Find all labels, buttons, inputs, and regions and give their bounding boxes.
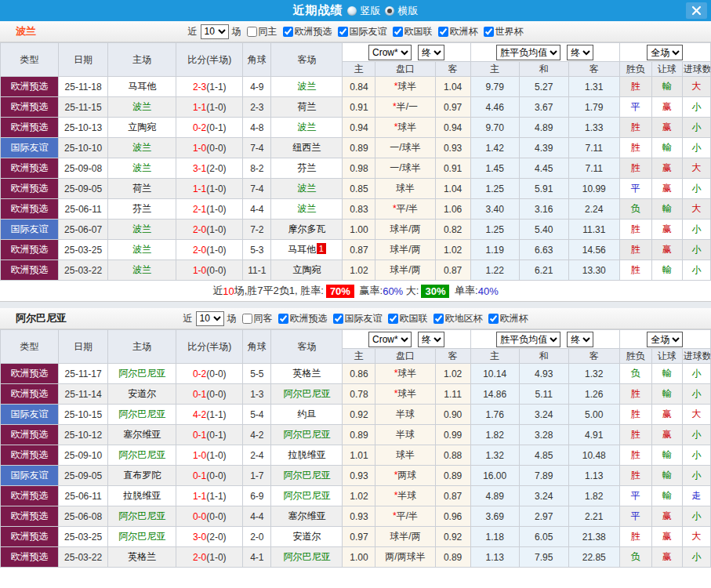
avg-type-select[interactable]: 胜平负均值 (496, 45, 560, 60)
cell-result-handicap: 赢 (651, 97, 682, 118)
competition-checkbox[interactable] (438, 27, 448, 37)
competition-checkbox[interactable] (393, 27, 403, 37)
avg-header-cell: 胜平负均值终 (470, 43, 619, 62)
fulltime-score: 3-0 (193, 532, 206, 543)
cell-result-goals: 小 (682, 425, 710, 445)
competition-label: 世界杯 (495, 25, 524, 38)
cell-corners: 1-3 (243, 384, 271, 405)
cell-avg-draw: 5.27 (519, 77, 568, 97)
cell-result-goals: 小 (682, 506, 710, 527)
cell-home-odds: 0.89 (343, 425, 375, 445)
competition-checkbox[interactable] (278, 314, 288, 324)
cell-result-wdl: 胜 (619, 260, 651, 281)
cell-away-team: 阿尔巴尼亚 (271, 425, 343, 445)
cell-competition-type: 欧洲预选 (1, 77, 59, 97)
cell-score: 1-0(1-0) (176, 445, 243, 466)
cell-result-goals: 小 (682, 97, 710, 118)
avg-type-select[interactable]: 胜平负均值 (496, 332, 560, 347)
competition-label: 国际友谊 (345, 312, 383, 325)
cell-avg-win: 1.25 (470, 220, 519, 240)
cell-avg-win: 1.45 (470, 158, 519, 179)
cell-competition-type: 国际友谊 (1, 138, 59, 158)
cell-home-odds: 0.84 (343, 77, 375, 97)
layout-radio-vertical[interactable] (347, 6, 357, 16)
cell-avg-win: 1.19 (470, 240, 519, 260)
away-team-name: 英格兰 (292, 368, 321, 379)
layout-radio-vertical-label: 竖版 (361, 4, 381, 18)
column-header: 主场 (108, 43, 176, 77)
cell-corners: 7-2 (243, 220, 271, 240)
cell-away-odds: 0.94 (435, 118, 470, 138)
avg-stage-select[interactable]: 终 (567, 45, 593, 60)
away-team-name: 塞尔维亚 (288, 510, 325, 521)
cell-score: 2-0(1-0) (176, 240, 243, 260)
cell-avg-win: 1.18 (470, 527, 519, 547)
handicap-text: 半球 (397, 490, 416, 501)
cell-handicap: 半球 (375, 425, 435, 445)
cell-away-odds: 0.87 (435, 486, 470, 506)
cell-result-goals: 大 (682, 199, 710, 220)
match-count-select[interactable]: 10 (201, 24, 229, 39)
table-row: 欧洲预选25-03-25波兰2-0(1-0)5-3马耳他10.87球半/两1.0… (1, 240, 711, 260)
table-row: 国际友谊25-06-07波兰2-0(1-0)7-2摩尔多瓦1.00球半/两0.8… (1, 220, 711, 240)
cell-corners: 4-8 (243, 118, 271, 138)
column-header: 客 (435, 349, 470, 364)
column-header: 进球数 (682, 349, 710, 364)
competition-checkbox[interactable] (283, 27, 293, 37)
scope-select[interactable]: 全场 (647, 45, 683, 60)
cell-avg-lose: 14.56 (568, 240, 619, 260)
away-team-name: 阿尔巴尼亚 (283, 470, 330, 481)
close-button[interactable] (686, 2, 707, 19)
cell-home-team: 波兰 (108, 220, 176, 240)
cell-score: 3-1(2-0) (176, 158, 243, 179)
odds-stage-select[interactable]: 终 (418, 45, 444, 60)
away-team-name: 纽西兰 (292, 142, 321, 153)
competition-checkbox[interactable] (333, 314, 343, 324)
competition-checkbox[interactable] (388, 314, 398, 324)
competition-checkbox[interactable] (338, 27, 348, 37)
layout-radio-horizontal[interactable] (385, 6, 394, 16)
cell-avg-draw: 4.89 (519, 118, 568, 138)
cell-avg-lose: 2.21 (568, 506, 619, 527)
fulltime-score: 0-2 (193, 122, 206, 133)
cell-handicap: *球半 (375, 118, 435, 138)
competition-checkbox[interactable] (433, 314, 444, 324)
handicap-text: 球半 (397, 81, 416, 92)
column-header: 角球 (243, 330, 271, 364)
odds-company-select[interactable]: Crow* (368, 45, 412, 60)
cell-score: 2-0(1-0) (176, 220, 243, 240)
competition-checkbox[interactable] (484, 27, 494, 37)
odds-company-select[interactable]: Crow* (368, 332, 412, 347)
cell-competition-type: 欧洲预选 (1, 199, 59, 220)
same-venue-label: 同客 (254, 312, 273, 325)
cell-competition-type: 国际友谊 (1, 405, 59, 425)
odds-stage-select[interactable]: 终 (418, 332, 444, 347)
cell-date: 25-06-11 (59, 486, 108, 506)
table-row: 欧洲预选25-11-14安道尔0-1(0-0)1-3阿尔巴尼亚0.78*球半1.… (1, 384, 711, 405)
column-header: 类型 (1, 43, 59, 77)
halftime-score: (1-1) (206, 409, 226, 420)
cell-result-goals: 大 (682, 527, 710, 547)
cell-avg-draw: 3.16 (519, 199, 568, 220)
avg-stage-select[interactable]: 终 (567, 332, 593, 347)
cell-date: 25-10-13 (59, 118, 108, 138)
competition-label: 欧洲杯 (500, 312, 528, 325)
column-header: 主 (470, 349, 519, 364)
match-count-select[interactable]: 10 (196, 311, 224, 326)
column-header: 比分(半场) (176, 330, 243, 364)
cell-result-wdl: 胜 (619, 527, 651, 547)
column-header: 盘口 (375, 62, 435, 77)
same-venue-checkbox[interactable] (247, 27, 257, 37)
handicap-text: 平/半 (397, 510, 418, 521)
halftime-score: (1-0) (206, 552, 226, 563)
fulltime-score: 2-1 (193, 204, 206, 215)
competition-checkbox[interactable] (488, 314, 499, 324)
cell-away-team: 阿尔巴尼亚 (271, 486, 343, 506)
scope-select[interactable]: 全场 (647, 332, 683, 347)
halftime-score: (1-0) (206, 224, 226, 235)
same-venue-checkbox[interactable] (242, 314, 252, 324)
cell-avg-win: 1.32 (470, 445, 519, 466)
cell-competition-type: 欧洲预选 (1, 158, 59, 179)
halftime-score: (0-1) (206, 430, 226, 441)
section-header: 阿尔巴尼亚近10场同客欧洲预选国际友谊欧国联欧地区杯欧洲杯 (0, 308, 711, 329)
